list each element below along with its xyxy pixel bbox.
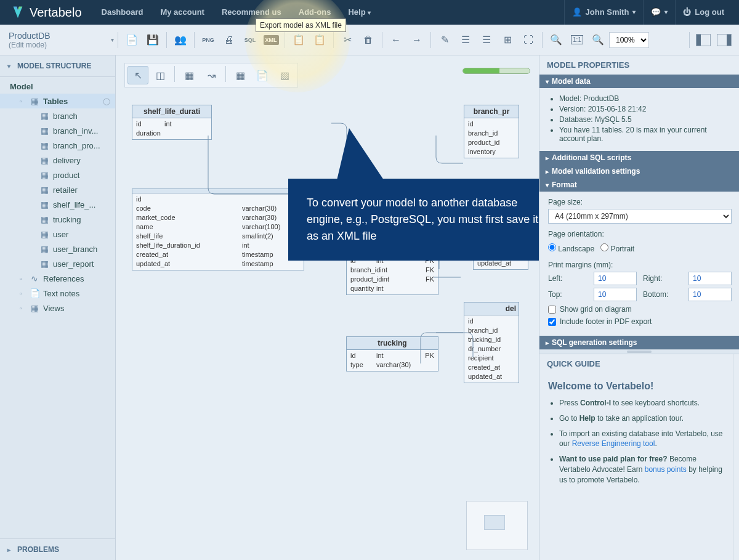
tree-text-notes[interactable]: ▫📄Text notes — [0, 286, 115, 301]
export-xml-button[interactable]: XML — [261, 30, 281, 50]
toggle-right-panel-button[interactable] — [714, 30, 734, 50]
section-additional-sql[interactable]: ▸Additional SQL scripts — [539, 151, 739, 164]
zoom-select[interactable]: 100% — [609, 32, 649, 48]
margin-right-input[interactable] — [689, 272, 732, 285]
problems-panel-header[interactable]: ▸PROBLEMS — [0, 538, 115, 560]
app-name: Vertabelo — [30, 6, 82, 20]
print-icon: 🖨 — [224, 34, 234, 46]
zoom-out-button[interactable]: 🔍 — [546, 30, 566, 50]
tree-more-icon: ◯ — [103, 97, 110, 105]
include-footer-checkbox[interactable]: Include footer in PDF export — [548, 317, 732, 326]
orientation-portrait[interactable]: Portrait — [600, 243, 641, 253]
cut-button[interactable]: ✂ — [337, 30, 357, 50]
save-button[interactable]: 💾 — [143, 30, 163, 50]
user-menu[interactable]: 👤 John Smith ▾ — [564, 0, 644, 25]
tree-views[interactable]: ▫▦Views — [0, 301, 115, 315]
section-format[interactable]: ▾Format — [539, 178, 739, 192]
user-icon: 👤 — [572, 0, 582, 25]
new-model-button[interactable]: 📄 — [122, 30, 142, 50]
edit-tool-button[interactable]: ✎ — [435, 30, 454, 50]
guide-item-shortcuts: Press Control-I to see keyboard shortcut… — [559, 398, 724, 408]
copy-icon: 📋 — [293, 34, 305, 46]
reverse-engineering-link[interactable]: Reverse Engineering tool — [572, 439, 655, 448]
xml-icon: XML — [264, 35, 279, 45]
table-icon: ▦ — [39, 140, 49, 150]
undo-icon: ← — [391, 34, 401, 46]
section-validation[interactable]: ▸Model validation settings — [539, 164, 739, 178]
right-panel-icon — [717, 34, 732, 46]
tree-table-delivery[interactable]: ▦delivery — [0, 153, 115, 168]
zoom-out-icon: 🔍 — [550, 34, 562, 46]
page-size-label: Page size: — [548, 198, 732, 206]
main: ▾MODEL STRUCTURE Model ▫▦ Tables ◯ ▦bran… — [0, 55, 739, 560]
align-center-button[interactable]: ☰ — [477, 30, 496, 50]
tree-table-trucking[interactable]: ▦trucking — [0, 212, 115, 227]
top-nav: Vertabelo Dashboard My account Recommend… — [0, 0, 739, 25]
page-size-select[interactable]: A4 (210mm x 297mm) — [548, 209, 732, 224]
view-icon: ▦ — [30, 303, 39, 313]
panel-splitter[interactable] — [539, 349, 739, 354]
tree-table-user[interactable]: ▦user — [0, 227, 115, 241]
print-button[interactable]: 🖨 — [219, 30, 239, 50]
paste-button[interactable]: 📋 — [310, 30, 329, 50]
section-model-data[interactable]: ▾Model data — [539, 75, 739, 88]
model-structure-header[interactable]: ▾MODEL STRUCTURE — [0, 55, 115, 77]
align-distribute-button[interactable]: ⊞ — [498, 30, 517, 50]
undo-button[interactable]: ← — [386, 30, 406, 50]
table-icon: ▦ — [39, 170, 49, 180]
margin-left-input[interactable] — [594, 272, 637, 285]
export-sql-button[interactable]: SQL — [240, 30, 260, 50]
zoom-in-icon: 🔍 — [592, 34, 604, 46]
user-name: John Smith — [586, 0, 629, 25]
delete-button[interactable]: 🗑 — [358, 30, 378, 50]
align-center-icon: ☰ — [482, 34, 491, 46]
distribute-icon: ⊞ — [504, 34, 512, 46]
table-icon: ▦ — [39, 155, 49, 165]
orientation-label: Page orientation: — [548, 230, 732, 238]
zoom-reset-button[interactable]: 1:1 — [567, 30, 587, 50]
chat-button[interactable]: 💬 ▾ — [643, 0, 675, 25]
tree-table-shelf-life[interactable]: ▦shelf_life_... — [0, 197, 115, 212]
table-icon: ▦ — [39, 214, 49, 224]
quickguide-scrollbar[interactable] — [733, 354, 739, 560]
tree-table-branch-inv[interactable]: ▦branch_inv... — [0, 123, 115, 138]
table-icon: ▦ — [39, 259, 49, 269]
zoom-11-icon: 1:1 — [571, 35, 583, 44]
redo-button[interactable]: → — [407, 30, 427, 50]
model-properties-header: MODEL PROPERTIES — [539, 55, 739, 75]
toggle-left-panel-button[interactable] — [693, 30, 713, 50]
table-icon: ▦ — [39, 244, 49, 254]
nav-my-account[interactable]: My account — [151, 0, 213, 25]
logout-button[interactable]: ⏻Log out — [675, 0, 732, 25]
tree-root-model[interactable]: Model — [0, 79, 115, 94]
export-png-button[interactable]: PNG — [198, 30, 218, 50]
topnav-right: 👤 John Smith ▾ 💬 ▾ ⏻Log out — [564, 0, 739, 25]
guide-item-help: Go to Help to take an application tour. — [559, 413, 724, 424]
margin-bottom-input[interactable] — [689, 288, 732, 301]
bonus-points-link[interactable]: bonus points — [645, 465, 687, 474]
tree-table-product[interactable]: ▦product — [0, 168, 115, 182]
note-icon: 📄 — [30, 288, 39, 298]
left-panel-icon — [696, 34, 711, 46]
tree-table-user-report[interactable]: ▦user_report — [0, 256, 115, 271]
expand-button[interactable]: ⛶ — [519, 30, 538, 50]
save-icon: 💾 — [147, 34, 159, 46]
logo[interactable]: Vertabelo — [0, 6, 93, 20]
tree-references[interactable]: ▫∿References — [0, 271, 115, 286]
zoom-in-button[interactable]: 🔍 — [588, 30, 608, 50]
tree-table-branch-pro[interactable]: ▦branch_pro... — [0, 138, 115, 153]
margin-top-input[interactable] — [594, 288, 637, 301]
diagram-canvas[interactable]: ↖ ◫ ▦ ↝ ▦ 📄 ▨ shelf_life_durati idi — [116, 55, 539, 560]
copy-button[interactable]: 📋 — [289, 30, 309, 50]
tree-table-user-branch[interactable]: ▦user_branch — [0, 241, 115, 256]
orientation-landscape[interactable]: Landscape — [548, 243, 594, 253]
model-name-block[interactable]: ProductDB (Edit mode) — [5, 31, 110, 49]
tree-table-branch[interactable]: ▦branch — [0, 108, 115, 123]
align-left-button[interactable]: ☰ — [456, 30, 475, 50]
share-button[interactable]: 👥 — [171, 30, 190, 50]
tree-table-retailer[interactable]: ▦retailer — [0, 182, 115, 197]
nav-dashboard[interactable]: Dashboard — [93, 0, 152, 25]
show-grid-checkbox[interactable]: Show grid on diagram — [548, 305, 732, 314]
tree-tables[interactable]: ▫▦ Tables ◯ — [0, 94, 115, 108]
section-sql-generation[interactable]: ▸SQL generation settings — [539, 336, 739, 349]
